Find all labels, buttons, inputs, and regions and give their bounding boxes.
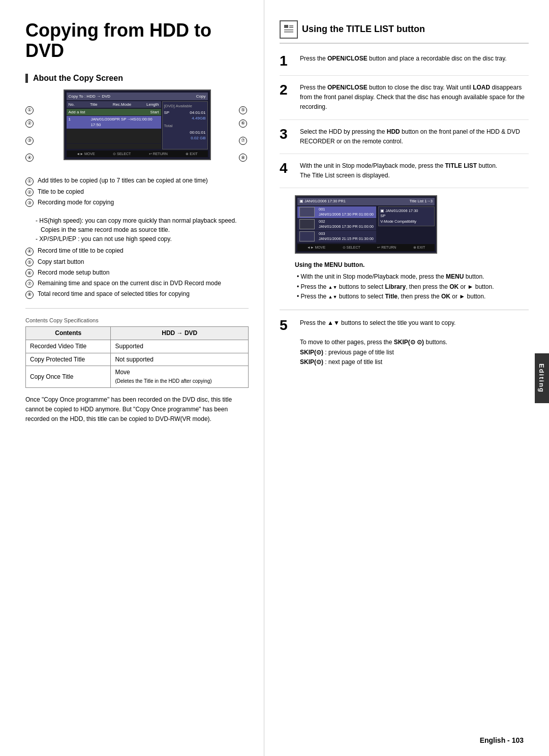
tl-thumb-1	[299, 207, 315, 217]
title-list-icon	[280, 20, 298, 39]
screen-copy-label: Copy	[196, 94, 206, 99]
ann-3: ③	[25, 136, 35, 144]
annotation-list: ①Add titles to be copied (up to 7 titles…	[25, 175, 249, 208]
step-2-text: Press the OPEN/CLOSE button to close the…	[300, 83, 529, 112]
table-row-1-c1: Recorded Video Title	[26, 340, 111, 353]
notice-text: Once "Copy Once programme" has been reco…	[25, 395, 249, 425]
svg-rect-3	[284, 29, 293, 31]
screen-bottom-bar: ◄► MOVE⊙ SELECT↩ RETURN⊗ EXIT	[67, 150, 208, 158]
menu-button-heading: Using the MENU button.	[295, 261, 529, 269]
tl-right-info: ▣ JAN/01/2006 17:30 SP V-Mode Compatibil…	[378, 206, 435, 227]
screen-title: Copy To : HDD → DVD	[69, 94, 111, 99]
ann-2: ②	[25, 119, 35, 127]
right-heading-text: Using the TITLE LIST button	[302, 23, 425, 36]
right-column: Using the TITLE LIST button 1 Press the …	[264, 0, 549, 756]
screen-add-list-row: Add a list Start	[67, 109, 161, 115]
ann-item-2: ②Title to be copied	[25, 187, 249, 197]
menu-item-3: • Press the ▲▼ buttons to select Title, …	[295, 292, 529, 301]
step-5: 5 Press the ▲▼ buttons to select the tit…	[280, 318, 529, 374]
about-copy-screen-heading: About the Copy Screen	[25, 73, 249, 84]
tl-info-1: 001 JAN/01/2006 17:30 PR 01:00:00	[319, 207, 374, 218]
tl-right-panel: ▣ JAN/01/2006 17:30 SP V-Mode Compatibil…	[378, 206, 435, 243]
title-list-mockup: ▣ JAN/01/2006 17:30 PR1 Title List 1→3 0…	[295, 195, 437, 253]
tl-info-sub: V-Mode Compatibility	[380, 219, 433, 225]
list-icon-svg	[283, 24, 294, 35]
tl-top-left: ▣ JAN/01/2006 17:30 PR1	[299, 199, 346, 204]
table-row-1-c2: Supported	[111, 340, 249, 353]
table-row-2-c2: Not supported	[111, 353, 249, 366]
ann-1: ①	[25, 106, 35, 114]
ann-7: ⑦	[239, 136, 249, 144]
ann-5: ⑤	[239, 106, 249, 114]
sub-bullets: - HS(high speed): you can copy more quic…	[25, 216, 249, 244]
tl-thumb-3	[299, 231, 315, 241]
step-3-num: 3	[280, 127, 294, 146]
ann-item-6: ⑥Record mode setup button	[25, 267, 249, 278]
tl-layout: 001 JAN/01/2006 17:30 PR 01:00:00 002 JA…	[297, 206, 435, 243]
step-5-num: 5	[280, 318, 294, 367]
table-row-3-c1: Copy Once Title	[26, 366, 111, 388]
copy-screen-mockup: Copy To : HDD → DVD Copy No.TitleRec.Mod…	[64, 89, 211, 161]
table-row-3-c2: Move(Deletes the Title in the HDD after …	[111, 366, 249, 388]
page: Copying from HDD to DVD About the Copy S…	[0, 0, 549, 756]
table-col2: HDD → DVD	[111, 327, 249, 340]
step-4-num: 4	[280, 161, 294, 180]
annotation-list-2: ④Record time of title to be copied ⑤Copy…	[25, 246, 249, 299]
step-1-num: 1	[280, 54, 294, 68]
tl-row-2: 002 JAN/01/2006 17:30 PR 01:00:00	[297, 219, 376, 230]
svg-rect-1	[289, 25, 293, 26]
page-footer: English - 103	[480, 736, 524, 746]
step-1-text: Press the OPEN/CLOSE button and place a …	[300, 54, 529, 68]
tl-info-2: 002 JAN/01/2006 17:30 PR 01:00:00	[319, 219, 374, 230]
screen-data-row: 1JAN/01/2006 17:50PR SP→HS01:00:00	[67, 116, 161, 128]
step-2: 2 Press the OPEN/CLOSE button to close t…	[280, 83, 529, 120]
ann-item-7: ⑦Remaining time and space on the current…	[25, 278, 249, 289]
step-5-text: Press the ▲▼ buttons to select the title…	[300, 318, 529, 367]
screen-col-headers: No.TitleRec.ModeLength	[67, 101, 161, 108]
table-row-2-c1: Copy Protected Title	[26, 353, 111, 366]
svg-rect-0	[284, 25, 288, 28]
tl-info-title: ▣ JAN/01/2006 17:30	[380, 208, 433, 214]
right-heading: Using the TITLE LIST button	[280, 20, 529, 44]
specs-label: Contents Copy Specifications	[25, 317, 249, 324]
menu-button-section: Using the MENU button. • With the unit i…	[295, 261, 529, 301]
tl-thumb-2	[299, 219, 315, 229]
screen-right-panel: [DVD] Available SP04:01:01 4.49GB Total …	[162, 101, 208, 149]
step-3-text: Select the HDD by pressing the HDD butto…	[300, 127, 529, 146]
annotation-left: ① ② ③ ④	[25, 89, 35, 169]
ann-4: ④	[25, 154, 35, 162]
svg-rect-4	[284, 32, 293, 33]
tl-top-right: Title List 1→3	[409, 199, 433, 204]
ann-8: ⑧	[239, 154, 249, 162]
annotation-right: ⑤ ⑥ ⑦ ⑧	[239, 89, 249, 169]
copy-table: Contents HDD → DVD Recorded Video Title …	[25, 326, 249, 388]
menu-item-1: • With the unit in Stop mode/Playback mo…	[295, 272, 529, 282]
table-col1: Contents	[26, 327, 111, 340]
ann-item-1: ①Add titles to be copied (up to 7 titles…	[25, 175, 249, 186]
side-tab: Editing	[535, 353, 549, 403]
ann-item-5: ⑤Copy start button	[25, 257, 249, 267]
ann-item-4: ④Record time of title to be copied	[25, 246, 249, 256]
menu-item-2: • Press the ▲▼ buttons to select Library…	[295, 282, 529, 292]
svg-rect-2	[289, 27, 293, 28]
page-title: Copying from HDD to DVD	[25, 20, 249, 61]
tl-top-bar: ▣ JAN/01/2006 17:30 PR1 Title List 1→3	[297, 198, 435, 205]
step-4-text: With the unit in Stop mode/Playback mode…	[300, 161, 529, 180]
tl-left-panel: 001 JAN/01/2006 17:30 PR 01:00:00 002 JA…	[297, 206, 376, 243]
ann-6: ⑥	[239, 119, 249, 127]
step-1: 1 Press the OPEN/CLOSE button and place …	[280, 54, 529, 76]
left-column: Copying from HDD to DVD About the Copy S…	[0, 0, 264, 756]
step-2-num: 2	[280, 83, 294, 112]
tl-info-3: 003 JAN/01/2006 21:15 PR 01:30:00	[319, 231, 374, 242]
tl-bottom-bar: ◄► MOVE⊙ SELECT↩ RETURN⊗ EXIT	[297, 244, 435, 251]
step-3: 3 Select the HDD by pressing the HDD but…	[280, 127, 529, 154]
tl-info-mode: SP	[380, 214, 433, 219]
tl-row-3: 003 JAN/01/2006 21:15 PR 01:30:00	[297, 231, 376, 243]
ann-item-3: ③Recording mode for copying	[25, 197, 249, 208]
step-4: 4 With the unit in Stop mode/Playback mo…	[280, 161, 529, 188]
screen-top-bar: Copy To : HDD → DVD Copy	[67, 93, 208, 100]
tl-row-1: 001 JAN/01/2006 17:30 PR 01:00:00	[297, 206, 376, 218]
ann-item-8: ⑧Total record time and space of selected…	[25, 289, 249, 299]
